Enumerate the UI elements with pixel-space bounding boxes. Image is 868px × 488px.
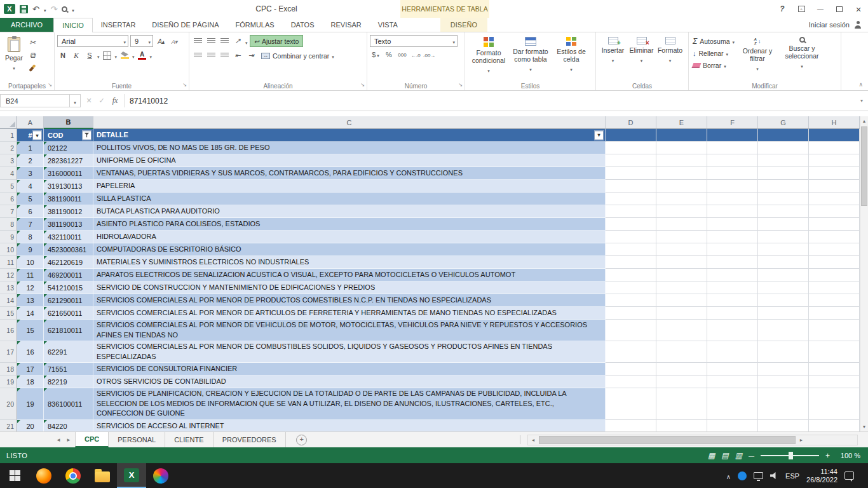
- language-indicator[interactable]: ESP: [785, 472, 799, 480]
- align-center-button[interactable]: [205, 51, 217, 61]
- cell-num[interactable]: 3: [17, 167, 44, 180]
- empty-cell[interactable]: [758, 420, 809, 431]
- wrap-text-button[interactable]: Ajustar texto: [250, 35, 304, 47]
- ribbon-tab-vista[interactable]: VISTA: [370, 18, 406, 32]
- cell-cod[interactable]: 381190012: [44, 205, 93, 218]
- empty-cell[interactable]: [656, 218, 707, 231]
- undo-button[interactable]: [32, 3, 39, 15]
- taskbar-explorer-button[interactable]: [88, 463, 117, 488]
- empty-cell[interactable]: [606, 281, 656, 294]
- clipboard-dialog-launcher-icon[interactable]: [48, 78, 52, 89]
- empty-cell[interactable]: [809, 320, 860, 341]
- orientation-button[interactable]: [232, 36, 243, 46]
- cell-cod[interactable]: 621650011: [44, 307, 93, 320]
- font-name-combobox[interactable]: Arial: [57, 35, 128, 47]
- empty-cell[interactable]: [758, 129, 809, 142]
- cell-detail[interactable]: SERVICIOS DE PLANIFICACION, CREACION Y E…: [93, 388, 606, 420]
- empty-cell[interactable]: [606, 180, 656, 193]
- name-box-dropdown-icon[interactable]: [70, 94, 81, 107]
- sort-filter-button[interactable]: AZ Ordenar y filtrar: [736, 35, 779, 81]
- magnifier-icon[interactable]: [62, 6, 67, 12]
- empty-cell[interactable]: [707, 142, 758, 154]
- increase-decimal-button[interactable]: [410, 50, 421, 60]
- start-button[interactable]: [0, 463, 29, 488]
- decrease-decimal-button[interactable]: [423, 50, 435, 60]
- cell-cod[interactable]: 82219: [44, 376, 93, 388]
- empty-cell[interactable]: [707, 294, 758, 307]
- empty-cell[interactable]: [656, 129, 707, 142]
- empty-cell[interactable]: [707, 129, 758, 142]
- empty-cell[interactable]: [606, 193, 656, 205]
- empty-cell[interactable]: [809, 376, 860, 388]
- cell-detail[interactable]: PAPELERIA: [93, 180, 606, 193]
- undo-dropdown-icon[interactable]: [44, 3, 46, 15]
- sheet-tab-cliente[interactable]: CLIENTE: [165, 432, 213, 447]
- empty-cell[interactable]: [606, 294, 656, 307]
- row-header-18[interactable]: 18: [0, 363, 17, 376]
- align-right-button[interactable]: [219, 51, 230, 61]
- cell-detail[interactable]: SERVICIOS COMERCIALES AL POR MENOR DE AR…: [93, 307, 606, 320]
- help-button[interactable]: [773, 0, 792, 18]
- cancel-entry-icon[interactable]: ✕: [83, 97, 95, 105]
- cell-cod[interactable]: 836100011: [44, 388, 93, 420]
- cell-num[interactable]: 10: [17, 256, 44, 269]
- number-format-combobox[interactable]: Texto: [370, 35, 458, 47]
- cell-num[interactable]: 16: [17, 341, 44, 363]
- empty-cell[interactable]: [606, 231, 656, 243]
- empty-cell[interactable]: [809, 388, 860, 420]
- font-size-combobox[interactable]: 9: [130, 35, 153, 47]
- taskbar-app-button[interactable]: [146, 463, 175, 488]
- vertical-scrollbar[interactable]: [860, 116, 868, 431]
- copy-button[interactable]: [27, 50, 38, 60]
- scroll-up-icon[interactable]: [860, 116, 868, 126]
- cut-button[interactable]: [27, 37, 38, 48]
- increase-indent-button[interactable]: [245, 51, 257, 61]
- cell-detail[interactable]: BUTACA PLASTICA PARA AUDITORIO: [93, 205, 606, 218]
- cell-num[interactable]: 15: [17, 320, 44, 341]
- empty-cell[interactable]: [707, 420, 758, 431]
- empty-cell[interactable]: [758, 320, 809, 341]
- cell-cod[interactable]: 71551: [44, 363, 93, 376]
- find-select-button[interactable]: Buscar y seleccionar: [779, 35, 825, 81]
- cell-cod[interactable]: 462120619: [44, 256, 93, 269]
- zoom-in-button[interactable]: [825, 451, 830, 460]
- action-center-icon[interactable]: [844, 471, 854, 480]
- cell-num[interactable]: 14: [17, 307, 44, 320]
- empty-cell[interactable]: [758, 193, 809, 205]
- empty-cell[interactable]: [809, 167, 860, 180]
- confirm-entry-icon[interactable]: ✓: [96, 97, 107, 105]
- cell-detail[interactable]: POLLITOS VIVOS, DE NO MAS DE 185 GR. DE …: [93, 142, 606, 154]
- sheet-nav-right-icon[interactable]: ►: [66, 437, 71, 443]
- cell-num[interactable]: 4: [17, 180, 44, 193]
- empty-cell[interactable]: [606, 167, 656, 180]
- paste-button[interactable]: Pegar: [3, 35, 25, 81]
- column-header-D[interactable]: D: [606, 116, 656, 129]
- empty-cell[interactable]: [707, 243, 758, 256]
- insert-function-button[interactable]: fx: [109, 96, 121, 105]
- empty-cell[interactable]: [809, 142, 860, 154]
- conditional-formatting-button[interactable]: Formato condicional: [468, 35, 510, 81]
- row-header-15[interactable]: 15: [0, 307, 17, 320]
- cell-detail[interactable]: SERVICIOS COMERCIALES AL POR MENOR DE VE…: [93, 320, 606, 341]
- empty-cell[interactable]: [606, 320, 656, 341]
- ribbon-tab-archivo[interactable]: ARCHIVO: [0, 18, 53, 32]
- align-top-button[interactable]: [192, 36, 203, 46]
- clock[interactable]: 11:44 26/8/2022: [806, 468, 837, 484]
- horizontal-scrollbar[interactable]: [527, 435, 858, 445]
- filter-button-detail[interactable]: [594, 130, 604, 140]
- zoom-slider-thumb[interactable]: [789, 452, 793, 459]
- empty-cell[interactable]: [656, 363, 707, 376]
- row-header-11[interactable]: 11: [0, 256, 17, 269]
- empty-cell[interactable]: [656, 388, 707, 420]
- empty-cell[interactable]: [656, 376, 707, 388]
- empty-cell[interactable]: [707, 388, 758, 420]
- empty-cell[interactable]: [758, 231, 809, 243]
- empty-cell[interactable]: [656, 142, 707, 154]
- name-box[interactable]: B24: [0, 94, 70, 107]
- cell-detail[interactable]: OTROS SERVICIOS DE CONTABILIDAD: [93, 376, 606, 388]
- row-header-12[interactable]: 12: [0, 269, 17, 281]
- empty-cell[interactable]: [656, 193, 707, 205]
- empty-cell[interactable]: [758, 154, 809, 167]
- align-middle-button[interactable]: [205, 36, 217, 46]
- row-header-2[interactable]: 2: [0, 142, 17, 154]
